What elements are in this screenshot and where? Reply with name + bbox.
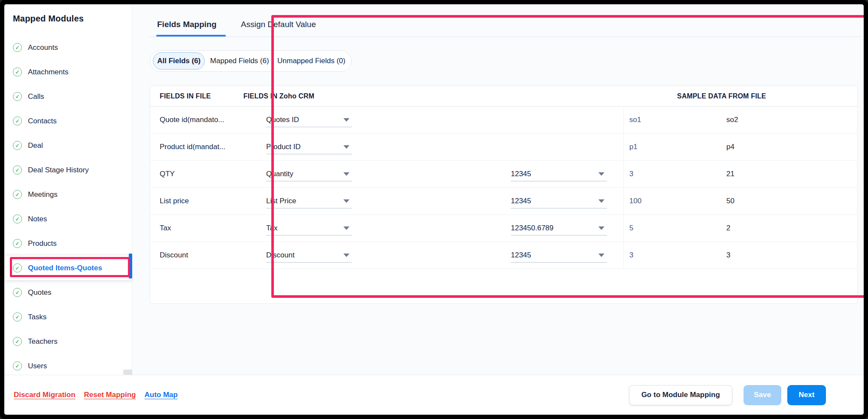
sidebar-item-calls[interactable]: ✓ Calls — [4, 84, 132, 109]
sidebar-item-deal-stage-history[interactable]: ✓ Deal Stage History — [4, 158, 132, 182]
sidebar-item-label: Deal — [28, 141, 43, 150]
sample-value-2: so2 — [726, 107, 738, 133]
crm-field-selected-value: Product ID — [266, 143, 300, 151]
sample-value-1: 3 — [629, 242, 633, 269]
crm-field-selected-value: Discount — [266, 251, 294, 260]
sidebar-item-quotes[interactable]: ✓ Quotes — [4, 280, 132, 305]
sidebar-item-label: Products — [28, 239, 57, 248]
filter-mapped-fields[interactable]: Mapped Fields (6) — [205, 52, 274, 70]
number-format-dropdown[interactable]: 123450.6789 — [511, 221, 607, 235]
file-field-name: Discount — [160, 242, 188, 269]
save-button[interactable]: Save — [744, 385, 781, 405]
sample-value-1: 100 — [629, 188, 641, 214]
sidebar-item-label: Attachments — [28, 68, 69, 76]
sidebar-item-teachers[interactable]: ✓ Teachers — [4, 329, 132, 354]
crm-field-dropdown[interactable]: Quotes ID — [266, 113, 352, 127]
column-header-sample-data: SAMPLE DATA FROM FILE — [622, 86, 821, 106]
screenshot-frame: Mapped Modules ✓ Accounts ✓ Attachments … — [0, 0, 868, 419]
go-to-module-mapping-button[interactable]: Go to Module Mapping — [629, 385, 732, 405]
filter-unmapped-fields[interactable]: Unmapped Fields (0) — [274, 52, 349, 70]
filter-all-fields[interactable]: All Fields (6) — [153, 52, 205, 70]
crm-field-dropdown[interactable]: List Price — [266, 194, 352, 208]
sidebar-item-meetings[interactable]: ✓ Meetings — [4, 182, 132, 207]
sidebar-item-notes[interactable]: ✓ Notes — [4, 207, 132, 231]
check-circle-icon: ✓ — [13, 141, 22, 150]
check-circle-icon: ✓ — [13, 288, 22, 297]
auto-map-link[interactable]: Auto Map — [145, 391, 178, 399]
sidebar-item-contacts[interactable]: ✓ Contacts — [4, 109, 132, 133]
selected-module-indicator-bar — [129, 254, 132, 278]
chevron-down-icon — [343, 226, 349, 230]
table-empty-area — [150, 269, 857, 303]
sample-value-2: 2 — [726, 215, 730, 242]
discard-migration-link[interactable]: Discard Migration — [14, 391, 76, 399]
sidebar-item-products[interactable]: ✓ Products — [4, 231, 132, 256]
footer-bar: Discard Migration Reset Mapping Auto Map… — [4, 375, 864, 415]
chevron-down-icon — [598, 254, 604, 257]
check-circle-icon: ✓ — [13, 165, 22, 174]
table-row: Product id(mandat... Product ID p1 p4 — [150, 134, 857, 161]
chevron-down-icon — [598, 172, 604, 176]
sidebar-title: Mapped Modules — [13, 14, 84, 24]
sidebar-item-quoted-items-quotes[interactable]: ✓ Quoted Items-Quotes — [4, 256, 132, 280]
column-header-fields-in-file: FIELDS IN FILE — [160, 86, 211, 106]
crm-field-dropdown[interactable]: Quantity — [266, 167, 352, 181]
sidebar-item-label: Contacts — [28, 117, 57, 125]
sidebar-item-label: Quotes — [28, 288, 52, 297]
sidebar-item-label: Meetings — [28, 190, 58, 199]
file-field-name: Tax — [160, 215, 171, 242]
fields-mapping-table: FIELDS IN FILE FIELDS IN Zoho CRM SAMPLE… — [150, 86, 858, 304]
next-button[interactable]: Next — [787, 385, 826, 405]
crm-field-dropdown[interactable]: Discount — [266, 248, 352, 263]
sidebar-item-label: Tasks — [28, 313, 46, 321]
sidebar-item-label: Deal Stage History — [28, 166, 89, 174]
tab-bar: Fields Mapping Assign Default Value — [132, 4, 864, 37]
chevron-down-icon — [343, 145, 349, 149]
chevron-down-icon — [343, 172, 349, 176]
app-window: Mapped Modules ✓ Accounts ✓ Attachments … — [4, 4, 864, 415]
crm-field-selected-value: Tax — [266, 224, 277, 232]
sidebar-item-deal[interactable]: ✓ Deal — [4, 133, 132, 158]
number-format-dropdown[interactable]: 12345 — [511, 248, 607, 263]
reset-mapping-link[interactable]: Reset Mapping — [84, 391, 136, 399]
sidebar-item-label: Teachers — [28, 337, 58, 346]
sidebar-item-label: Notes — [28, 215, 47, 223]
tab-assign-default-value[interactable]: Assign Default Value — [241, 20, 316, 29]
number-format-dropdown[interactable]: 12345 — [511, 167, 607, 181]
sample-value-1: p1 — [629, 134, 637, 160]
sidebar-item-tasks[interactable]: ✓ Tasks — [4, 305, 132, 329]
field-filter-group: All Fields (6) Mapped Fields (6) Unmappe… — [150, 50, 352, 72]
table-row: List price List Price 12345 100 50 — [150, 188, 857, 215]
tab-bar-divider — [149, 37, 860, 37]
sidebar-item-label: Quoted Items-Quotes — [28, 264, 102, 272]
check-circle-icon: ✓ — [13, 116, 22, 125]
crm-field-dropdown[interactable]: Tax — [266, 221, 352, 235]
crm-field-selected-value: Quotes ID — [266, 116, 299, 124]
sidebar-item-attachments[interactable]: ✓ Attachments — [4, 60, 132, 84]
sidebar-item-accounts[interactable]: ✓ Accounts — [4, 35, 132, 60]
format-selected-value: 123450.6789 — [511, 224, 553, 232]
sample-value-2: 21 — [726, 161, 734, 187]
number-format-dropdown[interactable]: 12345 — [511, 194, 607, 208]
file-field-name: Quote id(mandato... — [160, 107, 224, 133]
sidebar-item-label: Calls — [28, 92, 44, 101]
chevron-down-icon — [598, 226, 604, 230]
sidebar-item-label: Users — [28, 362, 47, 370]
chevron-down-icon — [598, 199, 604, 203]
check-circle-icon: ✓ — [13, 214, 22, 223]
sample-value-2: p4 — [726, 134, 734, 160]
sample-value-1: 3 — [629, 161, 633, 187]
sample-data-column-divider — [623, 107, 624, 269]
chevron-down-icon — [343, 118, 349, 122]
format-selected-value: 12345 — [511, 197, 531, 205]
file-field-name: Product id(mandat... — [160, 134, 225, 160]
sample-value-2: 3 — [726, 242, 730, 269]
check-circle-icon: ✓ — [13, 190, 22, 199]
tab-fields-mapping[interactable]: Fields Mapping — [157, 20, 216, 29]
chevron-down-icon — [343, 199, 349, 203]
sidebar-list: ✓ Accounts ✓ Attachments ✓ Calls ✓ Conta… — [4, 35, 132, 378]
crm-field-dropdown[interactable]: Product ID — [266, 140, 352, 154]
file-field-name: QTY — [160, 161, 175, 187]
check-circle-icon: ✓ — [13, 239, 22, 248]
sample-value-1: 5 — [629, 215, 633, 242]
